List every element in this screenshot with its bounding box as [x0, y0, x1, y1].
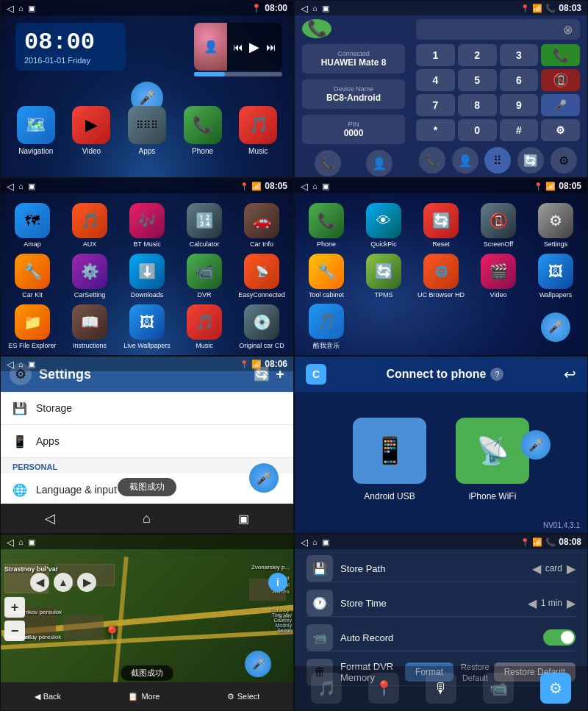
mic-button-drawer2[interactable]: 🎤: [541, 312, 570, 342]
recents-icon-map[interactable]: ▣: [28, 537, 35, 547]
store-path-left-arrow[interactable]: ◀: [532, 562, 541, 576]
app-esfile[interactable]: 📁 ES File Explorer: [4, 302, 60, 351]
app-music[interactable]: 🎵 Music: [176, 302, 232, 351]
recents-btn-settings[interactable]: ▣: [238, 512, 249, 526]
back-icon[interactable]: ◁: [7, 3, 14, 14]
map-nav-left[interactable]: ◀: [30, 573, 49, 592]
app-calculator[interactable]: 🔢 Calculator: [176, 201, 232, 250]
dvr-location-icon[interactable]: 📍: [368, 673, 399, 704]
dvr-music-icon[interactable]: 🎵: [311, 673, 342, 704]
dvr-settings-icon[interactable]: ⚙: [540, 673, 571, 704]
home-icon-dvr[interactable]: ⌂: [312, 537, 318, 546]
settings-apps[interactable]: 📱 Apps: [1, 425, 293, 458]
dial-7[interactable]: 7: [416, 94, 455, 116]
app-downloads[interactable]: ⬇️ Downloads: [119, 251, 175, 301]
store-time-right-arrow[interactable]: ▶: [567, 596, 576, 610]
back-icon-dvr[interactable]: ◁: [301, 537, 308, 548]
store-time-left-arrow[interactable]: ◀: [528, 596, 537, 610]
dial-hangup[interactable]: 📵: [541, 69, 580, 91]
app-btmusic[interactable]: 🎶 BT Music: [119, 201, 175, 250]
back-icon-settings[interactable]: ◁: [7, 359, 14, 370]
app-originalcar[interactable]: 💿 Original car CD: [234, 302, 290, 351]
dial-3[interactable]: 3: [500, 44, 539, 66]
app-ucbrowser[interactable]: 🌐 UC Browser HD: [413, 251, 469, 301]
back-icon[interactable]: ◁: [301, 3, 308, 14]
recents-icon-settings[interactable]: ▣: [28, 360, 35, 369]
phone-numpad-btn[interactable]: ⠿: [484, 147, 511, 174]
zoom-out-btn[interactable]: −: [4, 621, 25, 641]
app-screenoff[interactable]: 📵 ScreenOff: [470, 201, 526, 250]
dial-hash[interactable]: #: [500, 119, 539, 141]
question-mark[interactable]: ?: [490, 368, 503, 381]
home-icon-nav[interactable]: ⌂: [312, 4, 318, 12]
recents-icon[interactable]: ▣: [322, 4, 329, 13]
phone-app[interactable]: 📞 Phone: [184, 106, 222, 155]
map-nav-right[interactable]: ▶: [77, 573, 96, 592]
phone-refresh-btn[interactable]: 🔄: [517, 147, 544, 174]
phone-dial-btn[interactable]: 📞: [419, 147, 445, 174]
recents-icon-dvr[interactable]: ▣: [322, 537, 329, 547]
dial-5[interactable]: 5: [458, 69, 497, 91]
back-icon[interactable]: ◁: [7, 181, 14, 192]
home-icon-map[interactable]: ⌂: [18, 537, 24, 546]
recents-icon[interactable]: ▣: [28, 182, 35, 191]
back-btn-connect[interactable]: ↩: [564, 365, 576, 383]
app-instructions[interactable]: 📖 Instructions: [62, 302, 118, 351]
app-amap[interactable]: 🗺 Amap: [4, 201, 60, 250]
auto-record-toggle[interactable]: [543, 629, 576, 646]
back-icon[interactable]: ◁: [301, 181, 308, 192]
dial-8[interactable]: 8: [458, 94, 497, 116]
app-aux[interactable]: 🎵 AUX: [62, 201, 118, 250]
apps-grid-btn[interactable]: ⠿⠿⠿ Apps: [128, 106, 166, 155]
recents-icon[interactable]: ▣: [28, 4, 35, 13]
app-tpms[interactable]: 🔄 TPMS: [356, 251, 412, 301]
home-icon-settings[interactable]: ⌂: [18, 360, 24, 368]
play-btn[interactable]: ▶: [249, 39, 259, 55]
dial-0[interactable]: 0: [458, 119, 497, 141]
phone-contacts-btn[interactable]: 👤: [452, 147, 478, 174]
zoom-in-btn[interactable]: +: [4, 597, 25, 618]
app-livewallpapers[interactable]: 🖼 Live Wallpapers: [119, 302, 175, 351]
music-app[interactable]: 🎵 Music: [239, 106, 277, 155]
app-reset[interactable]: 🔄 Reset: [413, 201, 469, 250]
dial-call[interactable]: 📞: [541, 44, 580, 66]
home-btn-settings[interactable]: ⌂: [143, 511, 151, 526]
home-icon-nav[interactable]: ⌂: [18, 182, 24, 190]
dial-9[interactable]: 9: [500, 94, 539, 116]
dial-4[interactable]: 4: [416, 69, 455, 91]
app-carkit[interactable]: 🔧 Car Kit: [4, 251, 60, 301]
dial-6[interactable]: 6: [500, 69, 539, 91]
dial-star[interactable]: *: [416, 119, 455, 141]
app-carsetting[interactable]: ⚙️ CarSetting: [62, 251, 118, 301]
map-nav-up[interactable]: ▲: [54, 573, 73, 592]
app-easyconnected[interactable]: 📡 EasyConnected: [234, 251, 290, 301]
app-carinfo[interactable]: 🚗 Car Info: [234, 201, 290, 250]
iphone-wifi-option[interactable]: 📡 iPhone WiFi: [456, 418, 529, 501]
dvr-mic-icon[interactable]: 🎙: [426, 673, 456, 704]
recents-icon[interactable]: ▣: [322, 182, 329, 191]
select-btn-map[interactable]: ⚙ Select: [227, 692, 260, 701]
home-icon-nav[interactable]: ⌂: [18, 4, 24, 12]
app-wallpapers[interactable]: 🖼 Wallpapers: [528, 251, 584, 301]
dial-2[interactable]: 2: [458, 44, 497, 66]
back-icon-map[interactable]: ◁: [7, 537, 14, 548]
app-settings[interactable]: ⚙ Settings: [528, 201, 584, 250]
mic-button-connect[interactable]: 🎤: [521, 430, 551, 460]
app-quickpic[interactable]: 👁 QuickPic: [356, 201, 412, 250]
dvr-camera-icon[interactable]: 📹: [483, 673, 514, 704]
app-phone[interactable]: 📞 Phone: [298, 201, 354, 250]
video-app[interactable]: ▶ Video: [72, 106, 110, 155]
app-dvr[interactable]: 📹 DVR: [176, 251, 232, 301]
app-video[interactable]: 🎬 Video: [470, 251, 526, 301]
next-btn[interactable]: ⏭: [266, 41, 276, 53]
home-icon-nav[interactable]: ⌂: [312, 182, 318, 190]
settings-storage[interactable]: 💾 Storage: [1, 392, 293, 425]
store-path-right-arrow[interactable]: ▶: [567, 562, 576, 576]
phone-action-call[interactable]: 📞: [315, 150, 341, 176]
more-btn-map[interactable]: 📋 More: [128, 692, 159, 701]
nav-app[interactable]: 🗺️ Navigation: [17, 106, 55, 155]
dial-1[interactable]: 1: [416, 44, 455, 66]
phone-action-contacts[interactable]: 👤: [366, 150, 392, 176]
app-qqmusic[interactable]: 🎵 酷我音乐: [298, 302, 354, 351]
map-info-btn[interactable]: i: [268, 573, 287, 592]
